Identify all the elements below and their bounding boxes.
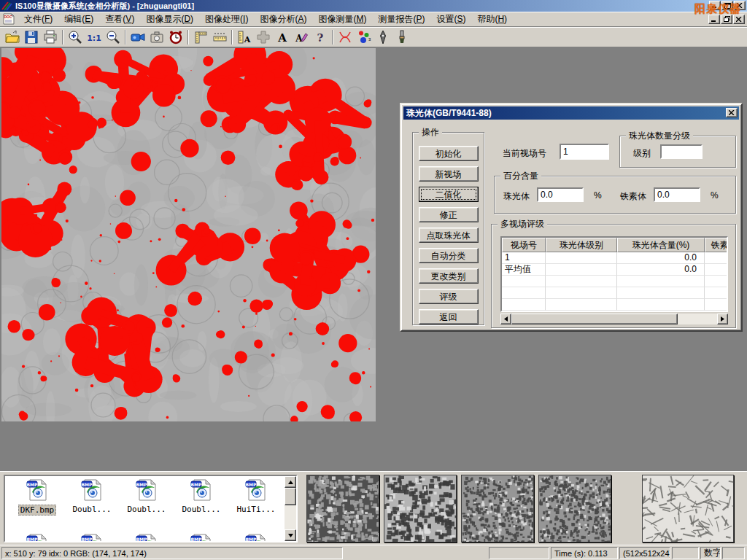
micrograph-image[interactable] (1, 48, 376, 421)
print-button[interactable] (41, 28, 60, 46)
scroll-right-button[interactable] (717, 314, 728, 324)
menu-item-1[interactable]: 文件(F) (18, 12, 58, 27)
mdi-restore-button[interactable] (721, 15, 732, 24)
table-row[interactable] (502, 287, 727, 299)
file-name[interactable]: HuiTi... (236, 505, 277, 514)
curve-tool-button[interactable] (336, 28, 355, 46)
camera-button[interactable] (147, 28, 166, 46)
file-list-scrollbar[interactable] (285, 476, 296, 541)
save-floppy-button[interactable] (22, 28, 41, 46)
op-button-修正[interactable]: 修正 (419, 207, 479, 222)
video-camera-button[interactable] (128, 28, 147, 46)
text-label-button[interactable]: A (273, 28, 292, 46)
file-list[interactable]: BMPDKF.bmpBMPBMPDoubl...BMPBMPDoubl...BM… (4, 475, 298, 542)
measure-text-button[interactable]: A (235, 28, 254, 46)
op-button-点取珠光体[interactable]: 点取珠光体 (419, 228, 479, 243)
particle-marker-button[interactable]: 3 (355, 28, 374, 46)
pearlite-input[interactable] (537, 187, 584, 202)
grading-input[interactable] (660, 144, 703, 159)
table-row[interactable]: 10.0 (502, 252, 727, 264)
file-item-partial[interactable]: BMP (11, 533, 63, 542)
file-name[interactable]: Doubl... (126, 505, 168, 514)
thumbnail-1[interactable] (306, 475, 379, 542)
pen-tool-button[interactable] (374, 28, 392, 46)
menu-item-4[interactable]: 图像显示(D) (140, 12, 199, 27)
file-item[interactable]: BMPDoubl... (120, 478, 173, 514)
op-button-返回[interactable]: 返回 (419, 309, 479, 324)
table-row[interactable] (502, 276, 727, 287)
maximize-button[interactable] (721, 1, 733, 10)
table-row[interactable]: 平均值0.0 (502, 264, 727, 276)
bmp-file-icon: BMP (80, 478, 104, 502)
file-name[interactable]: Doubl... (181, 505, 222, 514)
minimize-button[interactable] (709, 1, 721, 10)
mdi-restore-icon (724, 16, 730, 22)
table-header[interactable]: 珠光体级别 (546, 238, 617, 252)
table-row[interactable] (502, 299, 727, 311)
caliper-button[interactable] (191, 28, 210, 46)
pen-tool-icon (375, 29, 391, 45)
op-button-评级[interactable]: 评级 (419, 289, 479, 304)
text-edit-button[interactable]: A (292, 28, 311, 46)
current-field-input[interactable] (560, 144, 609, 160)
actual-size-button[interactable]: 1:1 (85, 28, 104, 46)
file-item-partial[interactable]: BMP (120, 533, 173, 542)
file-item[interactable]: BMPDKF.bmp (11, 478, 63, 516)
menu-item-6[interactable]: 图像分析(A) (254, 12, 312, 27)
menu-item-10[interactable]: 帮助(H) (471, 12, 513, 27)
op-button-自动分类[interactable]: 自动分类 (419, 248, 479, 263)
zoom-out-button[interactable] (104, 28, 123, 46)
scroll-down-button[interactable] (285, 529, 296, 541)
table-header[interactable]: 铁素体含量(%) (705, 238, 728, 252)
timer-button[interactable] (166, 28, 185, 46)
brush-tool-button[interactable] (392, 28, 411, 46)
close-button[interactable] (734, 1, 746, 10)
status-time: Time (s): 0.113 (551, 547, 618, 559)
mdi-close-button[interactable] (733, 15, 745, 24)
ferrite-input[interactable] (654, 187, 700, 202)
menu-item-5[interactable]: 图像处理(I) (199, 12, 254, 27)
file-item[interactable]: BMPDoubl... (66, 478, 118, 514)
vscroll-thumb[interactable] (285, 488, 296, 505)
thumbnail-5[interactable] (642, 475, 734, 542)
thumbnail-4[interactable] (538, 475, 611, 542)
file-item[interactable]: BMPHuiTi... (230, 478, 282, 514)
op-button-初始化[interactable]: 初始化 (419, 146, 479, 161)
thumbnail-3[interactable] (461, 475, 534, 542)
scroll-up-button[interactable] (285, 476, 296, 488)
dialog-close-button[interactable] (726, 108, 738, 117)
thumbnail-2[interactable] (384, 475, 457, 542)
menu-item-9[interactable]: 设置(S) (430, 12, 471, 27)
menu-item-8[interactable]: 测量报告(P) (372, 12, 430, 27)
rating-table[interactable]: 视场号珠光体级别珠光体含量(%)铁素体含量(%)10.0平均值0.0 (500, 236, 728, 312)
table-header[interactable]: 视场号 (502, 238, 546, 252)
svg-text:BMP: BMP (82, 537, 93, 542)
file-name[interactable]: Doubl... (71, 505, 113, 514)
op-button-更改类别[interactable]: 更改类别 (419, 268, 479, 284)
scroll-left-button[interactable] (500, 314, 511, 324)
file-item-partial[interactable]: BMP (230, 533, 282, 542)
file-name[interactable]: DKF.bmp (18, 505, 56, 516)
open-folder-button[interactable] (3, 28, 22, 46)
mdi-minimize-button[interactable] (708, 15, 720, 24)
dialog-title-bar[interactable]: 珠光体(GB/T9441-88) (403, 106, 739, 120)
pattern-cross-button[interactable] (254, 28, 273, 46)
menu-item-3[interactable]: 查看(V) (99, 12, 140, 27)
op-button-二值化[interactable]: 二值化 (419, 187, 479, 202)
maximize-icon (724, 3, 731, 9)
file-item-partial[interactable]: BMP (66, 533, 118, 542)
table-hscrollbar[interactable] (500, 314, 728, 324)
svg-text:BMP: BMP (191, 537, 203, 542)
ruler-button[interactable] (210, 28, 229, 46)
help-button[interactable]: ? (311, 28, 330, 46)
hscroll-thumb[interactable] (511, 314, 678, 324)
table-header[interactable]: 珠光体含量(%) (617, 238, 705, 252)
menu-item-7[interactable]: 图像测量(M) (312, 12, 372, 27)
zoom-in-button[interactable] (66, 28, 85, 46)
op-button-新视场[interactable]: 新视场 (419, 166, 479, 182)
menu-item-2[interactable]: 编辑(E) (58, 12, 99, 27)
file-item-partial[interactable]: BMP (175, 533, 228, 542)
app-window: IS100显微摄像系统(金相分析版) - [zhuguangti01] 阳泉仪器… (0, 0, 747, 560)
table-cell (617, 287, 705, 299)
file-item[interactable]: BMPDoubl... (175, 478, 228, 514)
